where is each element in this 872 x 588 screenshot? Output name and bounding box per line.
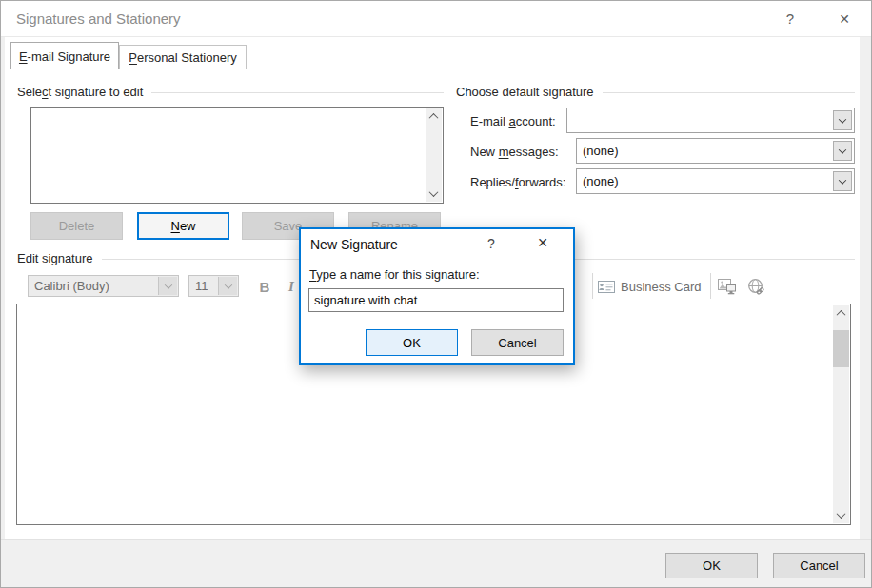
toolbar-separator bbox=[248, 273, 248, 299]
new-messages-label: New messages: bbox=[470, 145, 559, 159]
modal-ok-button[interactable]: OK bbox=[366, 329, 458, 356]
delete-button[interactable]: Delete bbox=[30, 212, 123, 240]
signature-name-label: Type a name for this signature: bbox=[309, 267, 480, 282]
group-rule bbox=[151, 92, 444, 93]
chevron-down-icon[interactable] bbox=[158, 277, 177, 295]
tab-personal-stationery-label: Personal Stationery bbox=[129, 50, 236, 65]
scroll-down-icon[interactable] bbox=[426, 186, 442, 202]
email-account-label: E-mail account: bbox=[470, 114, 556, 128]
font-family-value: Calibri (Body) bbox=[29, 276, 178, 293]
new-messages-combobox[interactable]: (none) bbox=[576, 138, 855, 164]
toolbar-separator bbox=[592, 273, 593, 299]
insert-picture-button[interactable] bbox=[716, 276, 739, 297]
bold-button[interactable]: B bbox=[254, 274, 275, 299]
new-signature-dialog: New Signature ? ✕ Type a name for this s… bbox=[299, 227, 575, 365]
tab-email-signature[interactable]: E-mail Signature bbox=[10, 42, 119, 69]
insert-hyperlink-icon bbox=[747, 279, 765, 295]
title-bar: Signatures and Stationery ? ✕ bbox=[1, 1, 871, 37]
replies-forwards-label: Replies/forwards: bbox=[470, 175, 565, 189]
font-size-combobox[interactable]: 11 bbox=[188, 275, 239, 297]
scroll-up-icon[interactable] bbox=[833, 305, 849, 322]
signature-listbox[interactable] bbox=[30, 107, 444, 204]
new-signature-title: New Signature bbox=[310, 237, 398, 252]
email-account-combobox[interactable] bbox=[566, 108, 855, 133]
tab-personal-stationery[interactable]: Personal Stationery bbox=[119, 45, 247, 69]
signature-name-input[interactable] bbox=[308, 288, 564, 312]
chevron-down-icon[interactable] bbox=[833, 171, 852, 191]
replies-forwards-value: (none) bbox=[577, 169, 854, 188]
font-family-combobox[interactable]: Calibri (Body) bbox=[28, 275, 179, 297]
group-rule bbox=[603, 92, 855, 93]
help-icon[interactable]: ? bbox=[480, 236, 503, 251]
editor-scrollbar[interactable] bbox=[833, 305, 849, 523]
insert-picture-icon bbox=[718, 279, 737, 295]
replies-forwards-combobox[interactable]: (none) bbox=[576, 168, 855, 194]
signatures-and-stationery-dialog: Signatures and Stationery ? ✕ E-mail Sig… bbox=[0, 0, 872, 588]
tab-email-signature-label: E-mail Signature bbox=[19, 49, 110, 64]
default-signature-label: Choose default signature bbox=[456, 85, 594, 99]
insert-hyperlink-button[interactable] bbox=[744, 276, 767, 297]
listbox-scrollbar[interactable] bbox=[426, 108, 442, 202]
tab-strip-divider bbox=[5, 69, 860, 69]
email-account-value bbox=[567, 108, 854, 113]
scroll-up-icon[interactable] bbox=[426, 108, 442, 125]
business-card-label: Business Card bbox=[621, 280, 702, 294]
business-card-button[interactable]: Business Card bbox=[598, 274, 702, 299]
toolbar-separator bbox=[710, 273, 711, 299]
modal-cancel-button[interactable]: Cancel bbox=[471, 329, 564, 356]
cancel-button[interactable]: Cancel bbox=[773, 553, 865, 578]
select-signature-label: Select signature to edit bbox=[17, 85, 143, 99]
chevron-down-icon[interactable] bbox=[218, 277, 237, 295]
chevron-down-icon[interactable] bbox=[833, 110, 852, 130]
select-signature-group-header: Select signature to edit bbox=[17, 85, 444, 99]
close-icon[interactable]: ✕ bbox=[831, 8, 858, 30]
new-button-label: New bbox=[170, 219, 195, 233]
default-signature-group-header: Choose default signature bbox=[456, 85, 855, 99]
window-title: Signatures and Stationery bbox=[16, 10, 181, 27]
new-button[interactable]: New bbox=[137, 212, 229, 240]
edit-signature-label: Edit signature bbox=[17, 251, 93, 265]
bold-icon: B bbox=[260, 279, 270, 295]
scroll-down-icon[interactable] bbox=[833, 507, 849, 523]
scrollbar-thumb[interactable] bbox=[833, 330, 849, 367]
help-icon[interactable]: ? bbox=[777, 8, 803, 30]
italic-icon: I bbox=[288, 279, 294, 295]
chevron-down-icon[interactable] bbox=[833, 141, 852, 161]
business-card-icon bbox=[598, 281, 615, 293]
ok-button[interactable]: OK bbox=[665, 553, 758, 578]
close-icon[interactable]: ✕ bbox=[529, 235, 556, 250]
new-messages-value: (none) bbox=[577, 139, 854, 158]
